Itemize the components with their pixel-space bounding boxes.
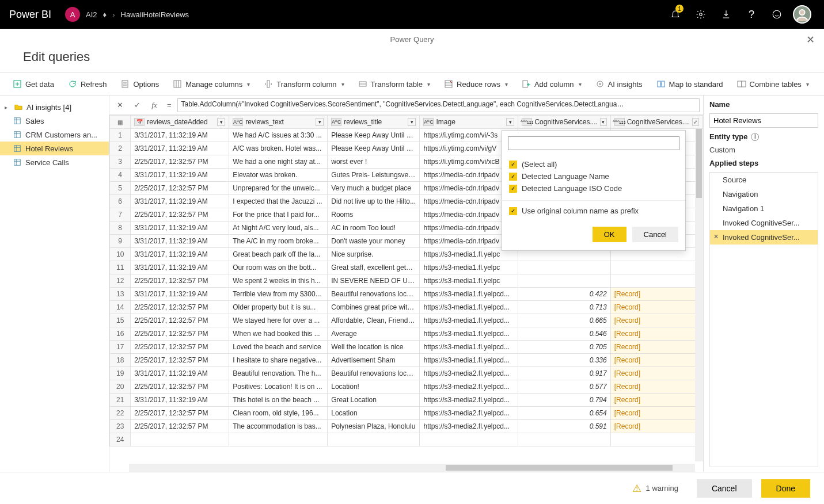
cell[interactable]: 3/31/2017, 11:32:19 AM xyxy=(131,222,229,235)
cell[interactable]: 2/25/2017, 12:32:57 PM xyxy=(131,407,229,420)
footer-done-button[interactable]: Done xyxy=(761,479,810,498)
cell[interactable]: 0.591 xyxy=(518,420,610,433)
formula-input[interactable]: Table.AddColumn(#"Invoked CognitiveServi… xyxy=(177,98,700,112)
add-column-button[interactable]: Add column▾ xyxy=(516,77,587,91)
cell[interactable]: 0.705 xyxy=(518,341,610,354)
cell[interactable]: https://s3-media2.fl.yelpcd... xyxy=(420,394,518,407)
cell[interactable]: Did not live up to the Hilto... xyxy=(328,195,420,208)
table-row[interactable]: 182/25/2017, 12:32:57 PMI hesitate to sh… xyxy=(110,354,703,367)
cell[interactable]: Please Keep Away Until Co... xyxy=(328,142,420,155)
cell[interactable]: 3/31/2017, 11:32:19 AM xyxy=(131,169,229,182)
cell[interactable]: [Record] xyxy=(610,407,703,420)
info-icon[interactable]: i xyxy=(751,133,759,141)
cell[interactable]: https://s3-media1.fl.yelpcd... xyxy=(420,354,518,367)
workspace-avatar[interactable]: A xyxy=(65,7,80,22)
cell[interactable]: At Night A/C very loud, als... xyxy=(229,222,328,235)
cell[interactable]: We stayed here for over a ... xyxy=(229,314,328,327)
datatype-icon[interactable]: AᴮC xyxy=(423,118,434,126)
cell[interactable]: We had A/C issues at 3:30 ... xyxy=(229,129,328,142)
fx-icon[interactable]: fx xyxy=(147,98,161,112)
cell[interactable]: 3/31/2017, 11:32:19 AM xyxy=(131,129,229,142)
vertical-scrollbar[interactable] xyxy=(695,129,703,461)
applied-step[interactable]: Navigation 1 xyxy=(710,201,818,216)
cell[interactable]: Loved the beach and service xyxy=(229,341,328,354)
transform-column-button[interactable]: Transform column▾ xyxy=(258,77,350,91)
cell[interactable]: The accommodation is bas... xyxy=(229,420,328,433)
query-item[interactable]: Hotel Reviews xyxy=(0,142,109,155)
cell[interactable]: I hesitate to share negative... xyxy=(229,354,328,367)
cell[interactable]: Great Location xyxy=(328,394,420,407)
cell[interactable]: Combines great price with ... xyxy=(328,301,420,314)
cell[interactable]: Nice surprise. xyxy=(328,248,420,261)
cell[interactable]: 0.577 xyxy=(518,380,610,394)
cell[interactable]: 2/25/2017, 12:32:57 PM xyxy=(131,314,229,327)
map-to-standard-button[interactable]: Map to standard xyxy=(651,77,729,91)
cell[interactable]: 3/31/2017, 11:32:19 AM xyxy=(131,195,229,208)
column-header[interactable]: ᴬᴮᶜ₁₂₃CognitiveServices....⤢ xyxy=(610,116,703,129)
cell[interactable]: [Record] xyxy=(610,327,703,341)
cell[interactable]: https://s3-media1.fl.yelpcd... xyxy=(420,341,518,354)
table-row[interactable]: 193/31/2017, 11:32:19 AMBeautiful renova… xyxy=(110,367,703,380)
breadcrumb-report[interactable]: HawaiiHotelReviews xyxy=(121,10,189,19)
applied-step[interactable]: ✕Invoked CognitiveSer... xyxy=(710,230,818,245)
cell[interactable] xyxy=(610,261,703,274)
cell[interactable]: 3/31/2017, 11:32:19 AM xyxy=(131,367,229,380)
cell[interactable]: For the price that I paid for... xyxy=(229,208,328,222)
cell[interactable]: 2/25/2017, 12:32:57 PM xyxy=(131,155,229,169)
cell[interactable]: [Record] xyxy=(610,314,703,327)
cell[interactable]: IN SEVERE NEED OF UPDA... xyxy=(328,274,420,288)
expand-cancel-button[interactable]: Cancel xyxy=(632,227,678,242)
table-row[interactable]: 113/31/2017, 11:32:19 AMOur room was on … xyxy=(110,261,703,274)
cell[interactable]: 3/31/2017, 11:32:19 AM xyxy=(131,142,229,155)
transform-table-button[interactable]: Transform table▾ xyxy=(352,77,436,91)
cell[interactable]: The A/C in my room broke... xyxy=(229,235,328,248)
cell[interactable]: 2/25/2017, 12:32:57 PM xyxy=(131,420,229,433)
cell[interactable]: Older property but it is su... xyxy=(229,301,328,314)
cell[interactable]: We spent 2 weeks in this h... xyxy=(229,274,328,288)
datatype-icon[interactable]: 📅 xyxy=(134,118,145,126)
formula-commit-icon[interactable]: ✓ xyxy=(130,98,144,112)
cell[interactable]: https://s3-media2.fl.yelpcd... xyxy=(420,380,518,394)
cell[interactable]: Gutes Preis- Leistungsverh... xyxy=(328,169,420,182)
filter-icon[interactable]: ▾ xyxy=(408,118,416,126)
cell[interactable] xyxy=(518,261,610,274)
cell[interactable]: 2/25/2017, 12:32:57 PM xyxy=(131,354,229,367)
cell[interactable]: 3/31/2017, 11:32:19 AM xyxy=(131,235,229,248)
query-item[interactable]: Service Calls xyxy=(0,155,109,169)
cell[interactable]: [Record] xyxy=(610,394,703,407)
cell[interactable]: 2/25/2017, 12:32:57 PM xyxy=(131,327,229,341)
filter-icon[interactable]: ▾ xyxy=(316,118,324,126)
cell[interactable]: Elevator was broken. xyxy=(229,169,328,182)
cell[interactable]: https://s3-media2.fl.yelpcd... xyxy=(420,367,518,380)
cell[interactable]: We had a one night stay at... xyxy=(229,155,328,169)
cell[interactable]: https://s3-media1.fl.yelpc xyxy=(420,261,518,274)
cell[interactable]: https://s3-media1.fl.yelpcd... xyxy=(420,327,518,341)
cell[interactable]: 0.794 xyxy=(518,394,610,407)
cell[interactable]: 0.713 xyxy=(518,301,610,314)
cell[interactable]: https://s3-media2.fl.yelpcd... xyxy=(420,420,518,433)
download-button[interactable] xyxy=(713,0,739,29)
cell[interactable]: Affordable, Clean, Friendly ... xyxy=(328,314,420,327)
query-item[interactable]: Sales xyxy=(0,114,109,128)
horizontal-scrollbar[interactable] xyxy=(129,464,695,472)
applied-step[interactable]: Source xyxy=(710,173,818,187)
cell[interactable]: 3/31/2017, 11:32:19 AM xyxy=(131,248,229,261)
cell[interactable]: 0.917 xyxy=(518,367,610,380)
cell[interactable]: 2/25/2017, 12:32:57 PM xyxy=(131,182,229,195)
cell[interactable]: https://s3-media1.fl.yelpcd... xyxy=(420,301,518,314)
filter-icon[interactable]: ▾ xyxy=(600,118,607,126)
cell[interactable]: 3/31/2017, 11:32:19 AM xyxy=(131,288,229,301)
user-avatar[interactable] xyxy=(789,0,815,29)
filter-icon[interactable]: ▾ xyxy=(506,118,514,126)
cell[interactable]: Great staff, excellent getaw... xyxy=(328,261,420,274)
query-name-input[interactable] xyxy=(709,113,818,128)
cell[interactable]: Beautiful renovations locat... xyxy=(328,288,420,301)
datatype-icon[interactable]: ᴬᴮᶜ₁₂₃ xyxy=(614,118,625,126)
cell[interactable]: Advertisement Sham xyxy=(328,354,420,367)
cell[interactable]: https://s3-media1.fl.yelpcd... xyxy=(420,314,518,327)
cell[interactable]: [Record] xyxy=(610,420,703,433)
cell[interactable]: Rooms xyxy=(328,208,420,222)
table-row[interactable]: 133/31/2017, 11:32:19 AMTerrible view fr… xyxy=(110,288,703,301)
cell[interactable]: This hotel is on the beach ... xyxy=(229,394,328,407)
combine-tables-button[interactable]: Combine tables▾ xyxy=(731,77,815,91)
